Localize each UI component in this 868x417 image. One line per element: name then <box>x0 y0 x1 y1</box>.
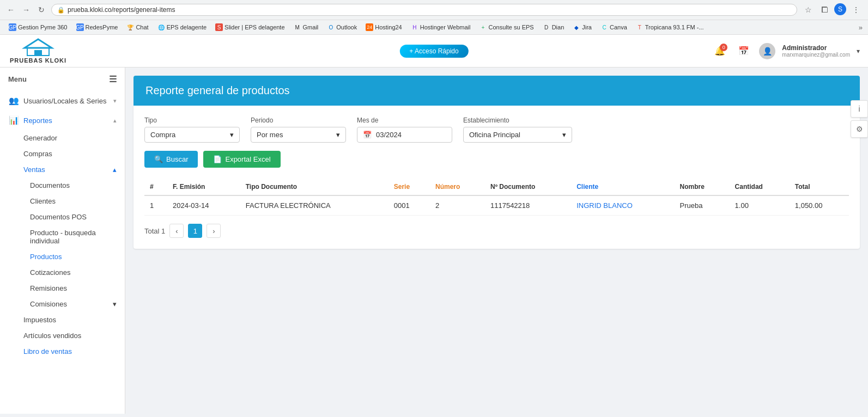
subitem-label: Impuestos <box>23 316 56 324</box>
subitem-label: Remisiones <box>30 284 67 292</box>
sidebar-item-label: Reportes <box>23 116 109 125</box>
bookmark-canva[interactable]: C Canva <box>597 22 630 32</box>
search-button[interactable]: 🔍 Buscar <box>144 151 198 168</box>
filter-group-mes: Mes de 📅 03/2024 <box>357 116 452 143</box>
sidebar-subitem-documentos[interactable]: Documentos <box>0 177 125 193</box>
sidebar-subitem-producto-busqueda[interactable]: Producto - busqueda individual <box>0 225 125 249</box>
bookmark-star-button[interactable]: ☆ <box>802 3 815 16</box>
url-security-icon: 🔒 <box>57 7 65 14</box>
sidebar-subitem-remisiones[interactable]: Remisiones <box>0 280 125 296</box>
browser-chrome: ← → ↻ 🔒 prueba.kloki.co/reports/general-… <box>0 0 868 20</box>
bookmarks-overflow: » <box>859 23 863 32</box>
bookmark-label: Consulte su EPS <box>488 24 533 30</box>
svg-marker-0 <box>25 39 52 48</box>
info-float-button[interactable]: i <box>851 100 868 118</box>
bookmark-chat[interactable]: 🏆 Chat <box>123 22 151 32</box>
bookmark-label: Hostinger Webmail <box>420 24 471 30</box>
reportes-icon: 📊 <box>8 115 19 125</box>
pagination-row: Total 1 ‹ 1 › <box>144 224 849 238</box>
mes-input[interactable]: 📅 03/2024 <box>357 127 452 143</box>
sidebar-subitem-ventas[interactable]: Ventas ▴ <box>0 162 125 177</box>
establecimiento-select[interactable]: Oficina Principal ▾ <box>463 127 572 143</box>
bookmark-favicon: S <box>215 23 223 31</box>
bookmark-gmail[interactable]: M Gmail <box>290 22 322 32</box>
chevron-up-icon: ▴ <box>113 165 117 174</box>
row-num: 1 <box>144 195 167 216</box>
subitem-label: Documentos POS <box>30 213 87 221</box>
prev-page-button[interactable]: ‹ <box>169 224 184 238</box>
sidebar: Menu ☰ 👥 Usuarios/Locales & Series ▾ 📊 R… <box>0 68 125 414</box>
sidebar-subitem-clientes[interactable]: Clientes <box>0 193 125 209</box>
next-page-button[interactable]: › <box>207 224 221 238</box>
row-total: 1,050.00 <box>790 195 849 216</box>
page-title-bar: Reporte general de productos <box>133 76 860 106</box>
bookmark-dian[interactable]: D Dian <box>539 22 568 32</box>
sidebar-subitem-comisiones[interactable]: Comisiones ▾ <box>0 296 125 312</box>
bookmark-slider[interactable]: S Slider | EPS delagente <box>212 22 288 32</box>
bookmark-favicon: 24 <box>366 23 373 31</box>
rapid-access-button[interactable]: + Acceso Rápido <box>399 45 468 58</box>
periodo-chevron-icon: ▾ <box>336 131 340 139</box>
mes-value: 03/2024 <box>376 131 402 139</box>
subitem-label: Compras <box>23 150 52 158</box>
bookmark-eps[interactable]: 🌐 EPS delagente <box>154 22 210 32</box>
svg-rect-2 <box>34 50 42 56</box>
row-fecha: 2024-03-14 <box>167 195 240 216</box>
bookmark-hosting24[interactable]: 24 Hosting24 <box>362 22 405 32</box>
nav-refresh-button[interactable]: ↻ <box>36 4 47 15</box>
bookmark-tropicana[interactable]: T Tropicana 93.1 FM -... <box>633 22 707 32</box>
nav-forward-button[interactable]: → <box>21 4 32 15</box>
sidebar-subitem-compras[interactable]: Compras <box>0 146 125 162</box>
url-bar[interactable]: 🔒 prueba.kloki.co/reports/general-items <box>51 4 797 16</box>
table-row: 1 2024-03-14 FACTURA ELECTRÓNICA 0001 2 … <box>144 195 849 216</box>
menu-label: Menu <box>8 75 27 83</box>
bookmark-consulte-eps[interactable]: + Consulte su EPS <box>476 22 537 32</box>
bookmark-redes-pyme[interactable]: GP RedesPyme <box>73 22 122 32</box>
sidebar-subitem-libro[interactable]: Libro de ventas <box>0 344 125 359</box>
excel-icon: 📄 <box>213 155 222 163</box>
tipo-select[interactable]: Compra ▾ <box>144 127 240 143</box>
profile-button[interactable]: S <box>834 3 846 15</box>
sidebar-subitem-generador[interactable]: Generador <box>0 130 125 146</box>
bookmark-gestion-pyme[interactable]: GP Gestion Pyme 360 <box>5 22 71 32</box>
subitem-label: Generador <box>23 134 57 142</box>
calendar-button[interactable]: 📅 <box>735 42 752 60</box>
periodo-select[interactable]: Por mes ▾ <box>251 127 346 143</box>
user-info: Administrador marxmarquinez@gmail.com <box>782 44 850 58</box>
tipo-label: Tipo <box>144 116 240 124</box>
export-button[interactable]: 📄 Exportal Excel <box>203 151 280 168</box>
periodo-label: Periodo <box>251 116 346 124</box>
notification-badge: 0 <box>720 44 727 51</box>
sidebar-item-reportes[interactable]: 📊 Reportes ▴ <box>0 111 125 130</box>
filter-group-tipo: Tipo Compra ▾ <box>144 116 240 143</box>
col-numero: Número <box>430 179 485 195</box>
bookmark-outlook[interactable]: O Outlook <box>324 22 360 32</box>
sidebar-subitem-impuestos[interactable]: Impuestos <box>0 312 125 328</box>
notification-button[interactable]: 🔔 0 <box>711 42 729 60</box>
filter-group-periodo: Periodo Por mes ▾ <box>251 116 346 143</box>
info-icon: i <box>858 105 860 113</box>
sidebar-item-usuarios[interactable]: 👥 Usuarios/Locales & Series ▾ <box>0 91 125 111</box>
user-dropdown-button[interactable]: ▾ <box>857 47 860 55</box>
hamburger-icon[interactable]: ☰ <box>109 74 117 84</box>
bookmark-jira[interactable]: ◆ Jira <box>569 22 595 32</box>
page-1-button[interactable]: 1 <box>188 224 202 238</box>
bookmark-favicon: 🏆 <box>126 23 134 31</box>
sidebar-subitem-cotizaciones[interactable]: Cotizaciones <box>0 265 125 280</box>
sidebar-subitem-articulos[interactable]: Artículos vendidos <box>0 328 125 344</box>
extensions-button[interactable]: ⧠ <box>818 3 831 16</box>
settings-float-button[interactable]: ⚙ <box>851 120 868 138</box>
bookmark-favicon: ◆ <box>573 23 580 31</box>
chevron-down-icon: ▾ <box>113 97 117 105</box>
nav-back-button[interactable]: ← <box>5 4 16 15</box>
bookmark-hostinger[interactable]: H Hostinger Webmail <box>408 22 474 32</box>
report-card: Tipo Compra ▾ Periodo <box>133 106 860 249</box>
subitem-label: Cotizaciones <box>30 268 70 277</box>
sidebar-subitem-documentos-pos[interactable]: Documentos POS <box>0 209 125 225</box>
main-area: Menu ☰ 👥 Usuarios/Locales & Series ▾ 📊 R… <box>0 68 868 414</box>
tipo-value: Compra <box>150 131 175 139</box>
sidebar-subitem-productos[interactable]: Productos <box>0 249 125 265</box>
header-right: 🔔 0 📅 👤 Administrador marxmarquinez@gmai… <box>711 42 860 60</box>
report-table: # F. Emisión Tipo Documento Serie Número… <box>144 179 849 216</box>
more-options-button[interactable]: ⋮ <box>849 3 863 16</box>
